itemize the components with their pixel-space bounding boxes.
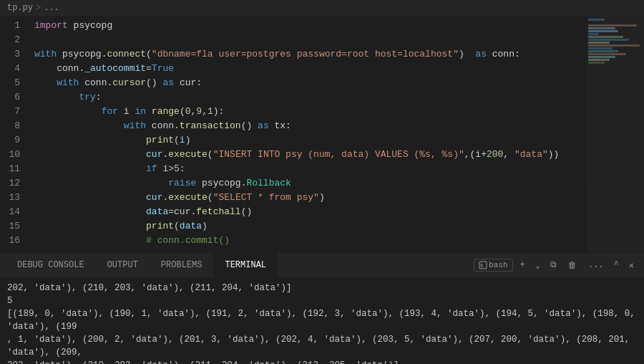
code-line: cur.execute("SELECT * from psy") [34, 191, 587, 205]
terminal-line: 202, 'data'), (210, 203, 'data'), (211, … [7, 359, 637, 364]
code-line: conn._autocommit=True [34, 62, 587, 76]
line-number: 3 [0, 47, 20, 62]
more-button[interactable]: ... [584, 259, 608, 272]
line-numbers: 12345678910111213141516 [0, 16, 29, 252]
code-container: 12345678910111213141516 import psycopg w… [0, 16, 644, 252]
terminal-icon: $ [479, 261, 487, 269]
line-number: 12 [0, 176, 20, 191]
line-number: 9 [0, 133, 20, 148]
close-icon[interactable]: ✕ [625, 259, 638, 272]
breadcrumb-file[interactable]: tp.py [7, 3, 33, 13]
line-number: 15 [0, 219, 20, 234]
line-number: 16 [0, 234, 20, 248]
line-number: 8 [0, 119, 20, 133]
line-number: 4 [0, 62, 20, 76]
terminal-line: 5 [7, 294, 637, 307]
chevron-down-icon[interactable]: ⌄ [532, 259, 543, 272]
svg-text:$: $ [480, 263, 483, 269]
tab-output[interactable]: OUTPUT [96, 253, 150, 278]
code-line: import psycopg [34, 19, 587, 33]
breadcrumb: tp.py > ... [0, 0, 644, 16]
breadcrumb-rest: ... [44, 3, 59, 13]
code-line: data=cur.fetchall() [34, 205, 587, 219]
split-button[interactable]: ⧉ [546, 259, 561, 272]
plus-button[interactable]: + [516, 259, 530, 272]
chevron-up-icon[interactable]: ^ [611, 259, 622, 272]
terminal-line: [(189, 0, 'data'), (190, 1, 'data'), (19… [7, 307, 637, 333]
line-number: 6 [0, 90, 20, 105]
bash-shell-button[interactable]: $ bash [474, 259, 512, 272]
line-number: 13 [0, 191, 20, 205]
tab-actions: $ bash + ⌄ ⧉ 🗑 ... ^ ✕ [474, 259, 638, 272]
tab-debug-console[interactable]: DEBUG CONSOLE [6, 253, 96, 278]
bash-label: bash [489, 261, 507, 269]
tab-bar: DEBUG CONSOLEOUTPUTPROBLEMSTERMINAL $ ba… [0, 252, 644, 277]
code-lines: import psycopg with psycopg.connect("dbn… [29, 16, 587, 252]
line-number: 2 [0, 33, 20, 47]
code-line: # conn.commit() [34, 234, 587, 248]
tab-problems[interactable]: PROBLEMS [150, 253, 214, 278]
terminal-line: 202, 'data'), (210, 203, 'data'), (211, … [7, 282, 637, 294]
minimap [587, 16, 644, 252]
line-number: 1 [0, 19, 20, 33]
line-number: 5 [0, 76, 20, 90]
code-line: with conn.cursor() as cur: [34, 76, 587, 90]
terminal-line: , 1, 'data'), (200, 2, 'data'), (201, 3,… [7, 333, 637, 359]
editor-area: 12345678910111213141516 import psycopg w… [0, 16, 644, 252]
code-line: cur.execute("INSERT INTO psy (num, data)… [34, 148, 587, 162]
code-line: try: [34, 90, 587, 105]
code-line: raise psycopg.Rollback [34, 176, 587, 191]
terminal-area[interactable]: 202, 'data'), (210, 203, 'data'), (211, … [0, 277, 644, 364]
tabs-container: DEBUG CONSOLEOUTPUTPROBLEMSTERMINAL [6, 253, 278, 278]
code-line [34, 33, 587, 47]
tab-terminal[interactable]: TERMINAL [213, 253, 278, 278]
trash-icon[interactable]: 🗑 [564, 259, 581, 272]
line-number: 7 [0, 105, 20, 119]
code-line: if i>5: [34, 162, 587, 176]
code-line: for i in range(0,9,1): [34, 105, 587, 119]
breadcrumb-sep: > [36, 3, 41, 13]
line-number: 10 [0, 148, 20, 162]
code-line: print(i) [34, 133, 587, 148]
code-line: with conn.transaction() as tx: [34, 119, 587, 133]
line-number: 11 [0, 162, 20, 176]
line-number: 14 [0, 205, 20, 219]
code-line: print(data) [34, 219, 587, 234]
code-line: with psycopg.connect("dbname=fla user=po… [34, 47, 587, 62]
